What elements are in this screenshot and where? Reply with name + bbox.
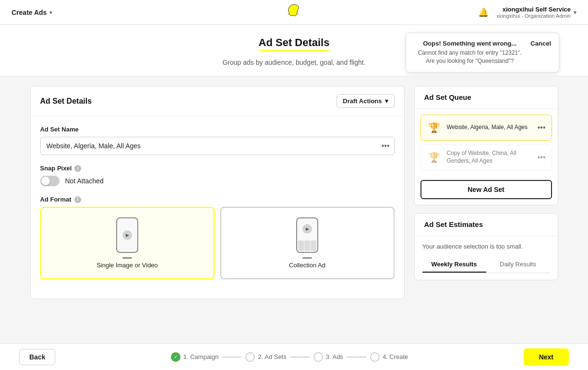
- panel-body: Ad Set Name ••• Snap Pixel i: [31, 116, 404, 298]
- not-attached-label: Not Attached: [65, 177, 104, 185]
- next-button[interactable]: Next: [524, 348, 569, 366]
- ad-format-info-icon[interactable]: i: [74, 196, 81, 203]
- ad-format-label-text: Ad Format: [40, 196, 72, 203]
- chevron-down-icon: ▾: [49, 9, 52, 16]
- ad-set-name-field: Ad Set Name •••: [40, 126, 395, 155]
- snap-pixel-label-text: Snap Pixel: [40, 165, 72, 172]
- error-toast-body: Oops! Something went wrong... Cannot fin…: [414, 40, 526, 65]
- body-layout: Ad Set Details Draft Actions ▾ Ad Set Na…: [11, 76, 577, 309]
- trophy-icon: 🏆: [428, 122, 440, 133]
- ad-set-name-input[interactable]: [40, 137, 395, 155]
- step-ads-label: 3. Ads: [326, 353, 343, 360]
- step-circle-ads: [313, 352, 323, 362]
- estimates-header: Ad Set Estimates: [415, 214, 558, 236]
- snap-pixel-info-icon[interactable]: i: [74, 165, 81, 172]
- ad-format-field: Ad Format i ▶ Single Image: [40, 196, 395, 279]
- create-ads-label: Create Ads: [12, 9, 47, 16]
- user-role: xiongxihui - Organization Admin: [496, 13, 571, 19]
- queue-item-icon-2: 🏆: [427, 150, 442, 165]
- create-ads-menu[interactable]: Create Ads ▾: [12, 9, 52, 16]
- queue-item-label-2: Copy of Website, China, All Genders, All…: [447, 150, 533, 165]
- step-campaign: ✓ 1. Campaign: [171, 352, 219, 362]
- collection-play-icon: ▶: [302, 224, 312, 234]
- trophy-icon-2: 🏆: [428, 152, 440, 163]
- step-circle-campaign: ✓: [171, 352, 180, 362]
- estimates-title: Ad Set Estimates: [424, 220, 483, 228]
- estimates-body: Your audience selection is too small. We…: [415, 236, 558, 280]
- phone-bottom-bar: [122, 257, 132, 259]
- panel-header: Ad Set Details Draft Actions ▾: [31, 86, 404, 116]
- main-content: Ad Set Details Group ads by audience, bu…: [0, 25, 588, 343]
- toggle-row: Not Attached: [40, 176, 395, 186]
- single-image-phone-icon: ▶: [113, 217, 142, 256]
- new-ad-set-button[interactable]: New Ad Set: [420, 180, 552, 199]
- ad-set-details-panel: Ad Set Details Draft Actions ▾ Ad Set Na…: [30, 86, 405, 299]
- user-info-text: xiongxihui Self Service xiongxihui - Org…: [496, 6, 571, 19]
- ad-set-queue-panel: Ad Set Queue 🏆 Website, Algeria, Male, A…: [414, 86, 558, 205]
- step-ads: 3. Ads: [313, 352, 343, 362]
- ad-set-details-title: Ad Set Details: [40, 97, 92, 106]
- snap-pixel-toggle[interactable]: [40, 176, 60, 186]
- user-name: xiongxihui Self Service: [496, 6, 571, 13]
- ad-format-label: Ad Format i: [40, 196, 395, 203]
- step-ad-sets: 2. Ad Sets: [245, 352, 286, 362]
- snapchat-logo-icon: [287, 4, 302, 19]
- step-circle-ad-sets: [245, 352, 255, 362]
- step-line-3: [347, 357, 366, 358]
- user-chevron-icon: ▾: [574, 9, 576, 16]
- step-ad-sets-label: 2. Ad Sets: [258, 353, 286, 360]
- estimates-message: Your audience selection is too small.: [422, 243, 550, 250]
- page-title: Ad Set Details: [259, 36, 330, 51]
- step-campaign-label: 1. Campaign: [183, 353, 219, 360]
- collection-ad-label: Collection Ad: [289, 262, 325, 269]
- steps-progress: ✓ 1. Campaign 2. Ad Sets 3. Ads 4. Creat…: [171, 352, 408, 362]
- ad-set-name-label-text: Ad Set Name: [40, 126, 79, 133]
- play-button-icon: ▶: [122, 230, 132, 240]
- error-toast-title: Oops! Something went wrong...: [414, 40, 526, 47]
- collection-phone-icon: ▶: [293, 217, 322, 256]
- snapchat-logo-wrapper: [287, 4, 302, 21]
- step-line-1: [222, 357, 241, 358]
- ad-set-name-input-wrapper: •••: [40, 137, 395, 155]
- queue-item[interactable]: 🏆 Copy of Website, China, All Genders, A…: [420, 144, 552, 170]
- snap-pixel-label: Snap Pixel i: [40, 165, 395, 172]
- snap-pixel-field: Snap Pixel i Not Attached: [40, 165, 395, 186]
- step-circle-create: [370, 352, 380, 362]
- queue-header: Ad Set Queue: [415, 86, 558, 109]
- queue-item-label: Website, Algeria, Male, All Ages: [447, 124, 533, 131]
- error-toast: Oops! Something went wrong... Cannot fin…: [406, 33, 559, 72]
- queue-item-icon: 🏆: [427, 120, 442, 135]
- step-create: 4. Create: [370, 352, 408, 362]
- queue-item-menu-button-2[interactable]: •••: [538, 153, 546, 162]
- toggle-thumb: [41, 177, 50, 185]
- ad-format-cards: ▶ Single Image or Video ▶: [40, 207, 395, 279]
- queue-item-menu-button[interactable]: •••: [538, 123, 546, 132]
- tab-daily-results[interactable]: Daily Results: [486, 257, 550, 273]
- topnav-right-section: 🔔 xiongxihui Self Service xiongxihui - O…: [478, 6, 576, 19]
- right-panel: Ad Set Queue 🏆 Website, Algeria, Male, A…: [414, 86, 558, 299]
- ad-set-name-label: Ad Set Name: [40, 126, 395, 133]
- queue-items-list: 🏆 Website, Algeria, Male, All Ages ••• 🏆…: [415, 109, 558, 176]
- step-create-label: 4. Create: [383, 353, 408, 360]
- user-account-menu[interactable]: xiongxihui Self Service xiongxihui - Org…: [496, 6, 576, 19]
- draft-actions-chevron-icon: ▾: [385, 97, 388, 105]
- single-image-video-card[interactable]: ▶ Single Image or Video: [40, 207, 215, 279]
- collection-ad-card[interactable]: ▶ Collection Ad: [220, 207, 395, 279]
- error-toast-description: Cannot find any match for entry "12321".…: [414, 49, 526, 65]
- draft-actions-button[interactable]: Draft Actions ▾: [336, 94, 394, 108]
- estimates-tabs: Weekly Results Daily Results: [422, 257, 550, 273]
- queue-item[interactable]: 🏆 Website, Algeria, Male, All Ages •••: [420, 115, 552, 141]
- single-image-video-label: Single Image or Video: [96, 262, 158, 269]
- page-header: Ad Set Details Group ads by audience, bu…: [0, 25, 588, 76]
- notification-bell-button[interactable]: 🔔: [478, 7, 489, 18]
- input-options-button[interactable]: •••: [382, 142, 390, 150]
- ad-set-estimates-panel: Ad Set Estimates Your audience selection…: [414, 213, 558, 280]
- tab-weekly-results[interactable]: Weekly Results: [422, 257, 486, 273]
- top-navigation: Create Ads ▾ 🔔 xiongxihui Self Service x…: [0, 0, 588, 25]
- draft-actions-label: Draft Actions: [343, 97, 382, 105]
- queue-title: Ad Set Queue: [424, 93, 471, 101]
- bottom-navigation: Back ✓ 1. Campaign 2. Ad Sets 3. Ads 4. …: [0, 343, 588, 370]
- back-button[interactable]: Back: [19, 349, 55, 365]
- error-toast-cancel-button[interactable]: Cancel: [530, 40, 551, 47]
- collection-phone-bottom-bar: [302, 257, 312, 259]
